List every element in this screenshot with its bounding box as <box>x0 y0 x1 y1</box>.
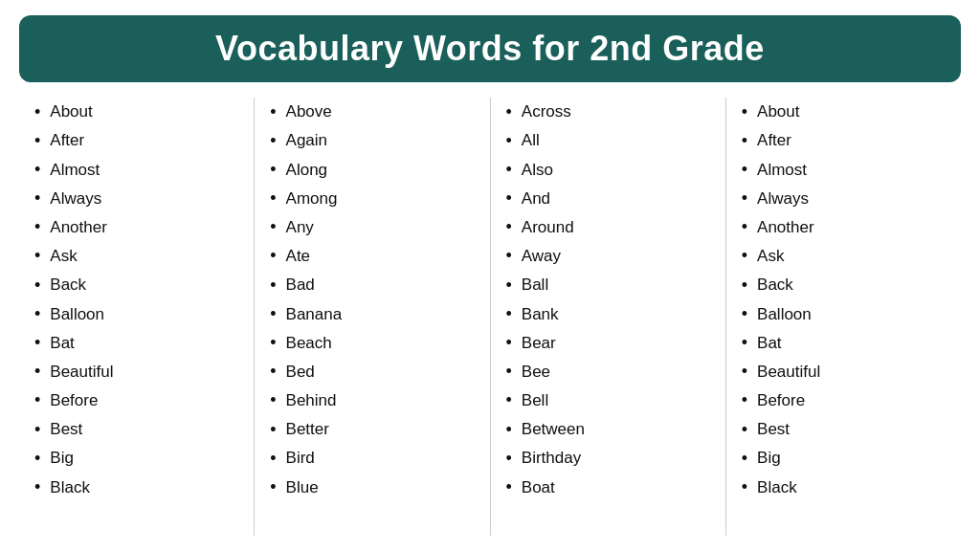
list-item: Beautiful <box>742 358 946 386</box>
columns-container: AboutAfterAlmostAlwaysAnotherAskBackBall… <box>19 98 961 536</box>
word-column-1: AboutAfterAlmostAlwaysAnotherAskBackBall… <box>19 98 255 536</box>
list-item: Bed <box>270 358 474 386</box>
list-item: Ate <box>270 242 474 271</box>
list-item: Blue <box>270 473 474 501</box>
list-item: Ask <box>742 242 946 271</box>
list-item: Balloon <box>34 299 238 328</box>
list-item: Back <box>34 271 238 299</box>
list-item: Boat <box>506 473 710 501</box>
word-column-2: AboveAgainAlongAmongAnyAteBadBananaBeach… <box>255 98 490 536</box>
list-item: Bad <box>270 271 474 299</box>
list-item: Almost <box>34 155 238 184</box>
list-item: Around <box>506 213 710 242</box>
list-item: All <box>506 126 710 155</box>
list-item: And <box>506 185 710 213</box>
list-item: Any <box>270 213 474 242</box>
list-item: Black <box>34 473 238 501</box>
list-item: Ball <box>506 271 710 299</box>
list-item: About <box>742 98 946 126</box>
title-banner: Vocabulary Words for 2nd Grade <box>19 15 961 82</box>
list-item: Bear <box>506 329 710 358</box>
list-item: Big <box>742 444 946 473</box>
list-item: Balloon <box>742 299 946 328</box>
list-item: Best <box>34 415 238 444</box>
list-item: Again <box>270 126 474 155</box>
word-list-4: AboutAfterAlmostAlwaysAnotherAskBackBall… <box>742 98 946 502</box>
list-item: After <box>742 126 946 155</box>
list-item: About <box>34 98 238 126</box>
list-item: Back <box>742 271 946 299</box>
page-title: Vocabulary Words for 2nd Grade <box>38 29 942 69</box>
list-item: Birthday <box>506 444 710 473</box>
list-item: Above <box>270 98 474 126</box>
list-item: Across <box>506 98 710 126</box>
list-item: Behind <box>270 386 474 415</box>
list-item: Bank <box>506 299 710 328</box>
word-list-1: AboutAfterAlmostAlwaysAnotherAskBackBall… <box>34 98 238 502</box>
list-item: Always <box>742 185 946 213</box>
list-item: Another <box>742 213 946 242</box>
list-item: Always <box>34 185 238 213</box>
list-item: Better <box>270 415 474 444</box>
list-item: Black <box>742 473 946 501</box>
list-item: Among <box>270 185 474 213</box>
list-item: Best <box>742 415 946 444</box>
list-item: Bat <box>742 329 946 358</box>
list-item: Beautiful <box>34 358 238 386</box>
list-item: Between <box>506 415 710 444</box>
list-item: Almost <box>742 155 946 184</box>
list-item: Bird <box>270 444 474 473</box>
word-column-3: AcrossAllAlsoAndAroundAwayBallBankBearBe… <box>491 98 726 536</box>
list-item: Before <box>742 386 946 415</box>
list-item: Big <box>34 444 238 473</box>
list-item: Ask <box>34 242 238 271</box>
list-item: After <box>34 126 238 155</box>
list-item: Away <box>506 242 710 271</box>
word-list-3: AcrossAllAlsoAndAroundAwayBallBankBearBe… <box>506 98 710 502</box>
list-item: Before <box>34 386 238 415</box>
list-item: Banana <box>270 299 474 328</box>
page-container: Vocabulary Words for 2nd Grade AboutAfte… <box>0 0 980 551</box>
list-item: Bee <box>506 358 710 386</box>
list-item: Along <box>270 155 474 184</box>
list-item: Bat <box>34 329 238 358</box>
list-item: Beach <box>270 329 474 358</box>
list-item: Also <box>506 155 710 184</box>
list-item: Bell <box>506 386 710 415</box>
list-item: Another <box>34 213 238 242</box>
word-list-2: AboveAgainAlongAmongAnyAteBadBananaBeach… <box>270 98 474 502</box>
word-column-4: AboutAfterAlmostAlwaysAnotherAskBackBall… <box>726 98 961 536</box>
